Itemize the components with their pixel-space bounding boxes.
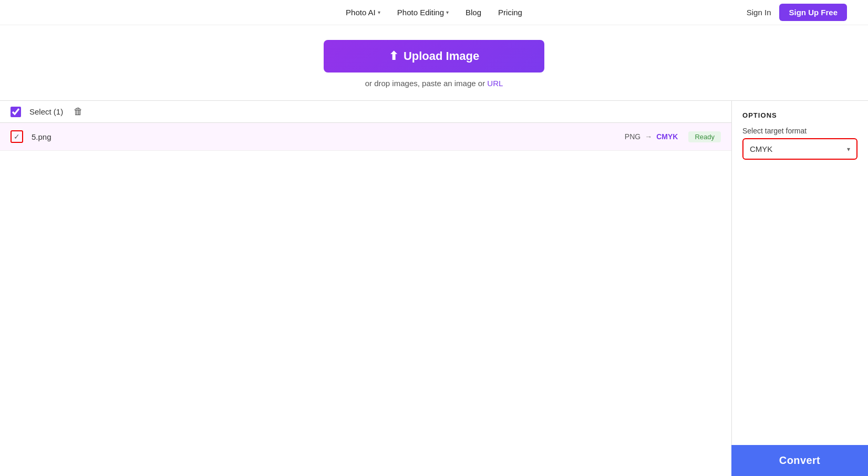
convert-button-wrap: Convert xyxy=(731,445,868,446)
select-all-checkbox[interactable] xyxy=(11,107,21,117)
options-panel: OPTIONS Select target format CMYK PNG JP… xyxy=(731,100,868,446)
format-select-wrap: CMYK PNG JPG WEBP GIF BMP TIFF ▾ xyxy=(742,138,857,160)
options-title: OPTIONS xyxy=(742,111,857,119)
url-link[interactable]: URL xyxy=(487,79,503,88)
select-label: Select (1) xyxy=(29,107,63,116)
upload-icon: ⬆ xyxy=(389,49,398,63)
delete-icon[interactable]: 🗑 xyxy=(74,106,83,117)
check-icon: ✓ xyxy=(12,131,22,142)
content-area: Select (1) 🗑 ✓ 5.png PNG → CMYK Ready xyxy=(0,100,868,446)
target-format: CMYK xyxy=(656,132,678,141)
nav-label-photo-ai: Photo AI xyxy=(346,8,376,17)
nav-right: Sign In Sign Up Free xyxy=(522,4,847,21)
source-format: PNG xyxy=(625,132,640,141)
status-badge: Ready xyxy=(688,131,721,142)
nav-item-pricing[interactable]: Pricing xyxy=(498,8,522,17)
file-checkbox-wrap: ✓ xyxy=(11,130,23,143)
table-row: ✓ 5.png PNG → CMYK Ready xyxy=(0,123,731,151)
navbar: Photo AI ▾ Photo Editing ▾ Blog Pricing … xyxy=(0,0,868,25)
chevron-down-icon: ▾ xyxy=(378,9,380,15)
drop-text: or drop images, paste an image or URL xyxy=(365,79,503,88)
file-list-header: Select (1) 🗑 xyxy=(0,101,731,123)
convert-button[interactable]: Convert xyxy=(731,445,868,446)
nav-item-photo-ai[interactable]: Photo AI ▾ xyxy=(346,8,380,17)
format-select[interactable]: CMYK PNG JPG WEBP GIF BMP TIFF xyxy=(743,139,856,159)
arrow-right-icon: → xyxy=(645,132,652,141)
nav-label-pricing: Pricing xyxy=(498,8,522,17)
sign-up-button[interactable]: Sign Up Free xyxy=(779,4,847,21)
select-arrow-wrap: CMYK PNG JPG WEBP GIF BMP TIFF ▾ xyxy=(743,139,856,159)
upload-button[interactable]: ⬆ Upload Image xyxy=(324,40,544,73)
nav-item-blog[interactable]: Blog xyxy=(466,8,481,17)
upload-label: Upload Image xyxy=(404,49,479,63)
select-target-label: Select target format xyxy=(742,127,857,135)
nav-label-photo-editing: Photo Editing xyxy=(397,8,444,17)
sign-in-button[interactable]: Sign In xyxy=(747,8,771,17)
file-format-info: PNG → CMYK xyxy=(625,132,678,141)
file-name: 5.png xyxy=(32,132,625,141)
nav-item-photo-editing[interactable]: Photo Editing ▾ xyxy=(397,8,449,17)
nav-center: Photo AI ▾ Photo Editing ▾ Blog Pricing xyxy=(346,8,522,17)
main-content: ⬆ Upload Image or drop images, paste an … xyxy=(0,25,868,446)
chevron-down-icon-2: ▾ xyxy=(446,9,449,15)
file-list: Select (1) 🗑 ✓ 5.png PNG → CMYK Ready xyxy=(0,100,731,446)
nav-label-blog: Blog xyxy=(466,8,481,17)
